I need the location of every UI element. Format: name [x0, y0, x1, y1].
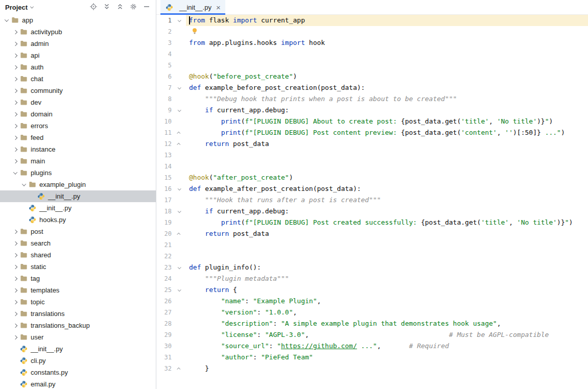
code-line-2[interactable]: 2: [156, 26, 588, 37]
tree-item-domain[interactable]: domain: [0, 108, 156, 120]
lightbulb-intention-icon[interactable]: [192, 27, 198, 38]
tree-item-cli-py[interactable]: cli.py: [0, 355, 156, 367]
tree-expand-chevron-icon[interactable]: [11, 336, 19, 339]
collapse-all-button[interactable]: [115, 2, 125, 12]
tree-item-translations-backup[interactable]: translations_backup: [0, 320, 156, 331]
tree-expand-chevron-icon[interactable]: [11, 301, 19, 304]
code-line-28[interactable]: 28 "description": "A simple example plug…: [156, 318, 588, 329]
fold-region-start-icon[interactable]: [172, 82, 186, 93]
code-line-24[interactable]: 24 """Plugin metadata""": [156, 273, 588, 284]
tree-item-activitypub[interactable]: activitypub: [0, 26, 156, 38]
tree-expand-chevron-icon[interactable]: [11, 277, 19, 280]
tree-expand-chevron-icon[interactable]: [11, 101, 19, 104]
code-line-20[interactable]: 20 return post_data: [156, 228, 588, 239]
code-line-27[interactable]: 27 "version": "1.0.0",: [156, 307, 588, 318]
code-line-23[interactable]: 23def plugin_info():: [156, 262, 588, 273]
code-line-11[interactable]: 11 print(f"[PLUGIN DEBUG] Post content p…: [156, 127, 588, 138]
tree-expand-chevron-icon[interactable]: [11, 324, 19, 327]
expand-all-button[interactable]: [102, 2, 112, 12]
code-line-5[interactable]: 5: [156, 60, 588, 71]
tree-item-shared[interactable]: shared: [0, 249, 156, 261]
code-line-7[interactable]: 7def example_before_post_creation(post_d…: [156, 82, 588, 93]
tree-item-init-py[interactable]: __init__.py: [0, 343, 156, 355]
tree-item-templates[interactable]: templates: [0, 284, 156, 296]
code-line-31[interactable]: 31 "author": "PieFed Team": [156, 352, 588, 363]
project-dropdown-chevron-icon[interactable]: [30, 5, 34, 8]
code-line-6[interactable]: 6@hook("before_post_create"): [156, 71, 588, 82]
tree-item-search[interactable]: search: [0, 237, 156, 249]
code-line-1[interactable]: 1from flask import current_app: [156, 15, 588, 26]
tree-item-example-plugin[interactable]: example_plugin: [0, 179, 156, 190]
fold-region-start-icon[interactable]: [172, 284, 186, 296]
tree-item-instance[interactable]: instance: [0, 143, 156, 155]
code-line-25[interactable]: 25 return {: [156, 284, 588, 296]
tree-collapse-chevron-icon[interactable]: [11, 172, 19, 175]
code-line-14[interactable]: 14: [156, 161, 588, 172]
tree-item-main[interactable]: main: [0, 155, 156, 167]
hide-panel-button[interactable]: [142, 2, 152, 12]
code-line-12[interactable]: 12 return post_data: [156, 138, 588, 150]
tree-expand-chevron-icon[interactable]: [11, 54, 19, 57]
code-line-26[interactable]: 26 "name": "Example Plugin",: [156, 296, 588, 307]
close-tab-icon[interactable]: ×: [216, 4, 221, 11]
tree-item-chat[interactable]: chat: [0, 73, 156, 85]
tree-item-plugins[interactable]: plugins: [0, 167, 156, 179]
code-line-32[interactable]: 32 }: [156, 363, 588, 374]
code-line-21[interactable]: 21: [156, 239, 588, 251]
fold-region-start-icon[interactable]: [172, 206, 186, 217]
code-editor[interactable]: 1from flask import current_app23from app…: [156, 15, 588, 389]
tree-item-dev[interactable]: dev: [0, 96, 156, 108]
fold-region-end-icon[interactable]: [172, 127, 186, 138]
tree-expand-chevron-icon[interactable]: [11, 125, 19, 128]
tree-item-hooks-py[interactable]: hooks.py: [0, 214, 156, 226]
tree-expand-chevron-icon[interactable]: [11, 160, 19, 163]
tree-item-static[interactable]: static: [0, 261, 156, 273]
tree-item-community[interactable]: community: [0, 85, 156, 96]
project-panel-title[interactable]: Project: [5, 4, 28, 11]
tree-expand-chevron-icon[interactable]: [11, 312, 19, 315]
tab-init-py[interactable]: __init__.py ×: [160, 0, 225, 14]
code-line-15[interactable]: 15@hook("after_post_create"): [156, 172, 588, 183]
code-line-3[interactable]: 3from app.plugins.hooks import hook: [156, 37, 588, 48]
code-line-10[interactable]: 10 print(f"[PLUGIN DEBUG] About to creat…: [156, 116, 588, 127]
tree-item-init-py[interactable]: __init__.py: [0, 190, 156, 202]
code-line-19[interactable]: 19 print(f"[PLUGIN DEBUG] Post created s…: [156, 217, 588, 228]
tree-item-email-py[interactable]: email.py: [0, 378, 156, 389]
tree-item-init-py[interactable]: __init__.py: [0, 202, 156, 214]
tree-expand-chevron-icon[interactable]: [11, 230, 19, 233]
tree-expand-chevron-icon[interactable]: [11, 113, 19, 116]
tree-item-api[interactable]: api: [0, 50, 156, 61]
tree-item-errors[interactable]: errors: [0, 120, 156, 132]
tree-item-topic[interactable]: topic: [0, 296, 156, 308]
code-line-16[interactable]: 16def example_after_post_creation(post_d…: [156, 183, 588, 195]
tree-expand-chevron-icon[interactable]: [11, 148, 19, 151]
fold-region-start-icon[interactable]: [172, 262, 186, 273]
code-line-18[interactable]: 18 if current_app.debug:: [156, 206, 588, 217]
code-line-8[interactable]: 8 """Debug hook that prints when a post …: [156, 93, 588, 105]
tree-item-admin[interactable]: admin: [0, 38, 156, 50]
tree-expand-chevron-icon[interactable]: [11, 78, 19, 81]
tree-collapse-chevron-icon[interactable]: [19, 183, 28, 186]
locate-file-button[interactable]: [88, 2, 99, 12]
code-line-13[interactable]: 13: [156, 150, 588, 161]
code-line-17[interactable]: 17 """Hook that runs after a post is cre…: [156, 195, 588, 206]
code-line-4[interactable]: 4: [156, 48, 588, 60]
tree-item-feed[interactable]: feed: [0, 132, 156, 143]
tree-expand-chevron-icon[interactable]: [11, 66, 19, 69]
tree-expand-chevron-icon[interactable]: [11, 254, 19, 257]
fold-region-start-icon[interactable]: [172, 15, 186, 26]
tree-collapse-chevron-icon[interactable]: [2, 19, 11, 22]
fold-region-end-icon[interactable]: [172, 138, 186, 150]
tree-item-user[interactable]: user: [0, 331, 156, 343]
tree-item-auth[interactable]: auth: [0, 61, 156, 73]
tree-item-constants-py[interactable]: constants.py: [0, 367, 156, 378]
tree-expand-chevron-icon[interactable]: [11, 289, 19, 292]
code-line-29[interactable]: 29 "license": "AGPL-3.0", # Must be AGPL…: [156, 329, 588, 341]
settings-gear-button[interactable]: [128, 2, 138, 12]
tree-expand-chevron-icon[interactable]: [11, 136, 19, 139]
code-line-22[interactable]: 22: [156, 251, 588, 262]
tree-item-tag[interactable]: tag: [0, 273, 156, 284]
tree-expand-chevron-icon[interactable]: [11, 31, 19, 34]
code-line-9[interactable]: 9 if current_app.debug:: [156, 105, 588, 116]
fold-region-start-icon[interactable]: [172, 183, 186, 195]
